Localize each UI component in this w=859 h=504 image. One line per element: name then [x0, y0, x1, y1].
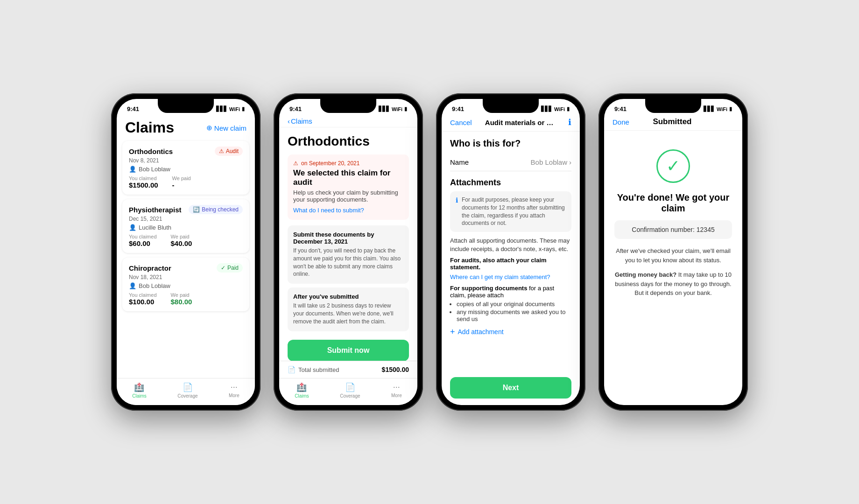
claim-amounts: You claimed $100.00 We paid $80.00: [129, 292, 243, 306]
done-button[interactable]: Done: [613, 118, 629, 126]
we-paid-value-green: $80.00: [171, 298, 192, 306]
claim-name: Physiotherapist: [129, 206, 182, 214]
deadline-title: Submit these documents by December 13, 2…: [293, 231, 403, 245]
cancel-button[interactable]: Cancel: [450, 119, 472, 126]
name-value: Bob Loblaw: [531, 158, 567, 166]
audit-header-title: Audit materials or supporti...: [485, 119, 555, 126]
claims-list: Orthodontics ⚠ Audit Nov 8, 2021 👤 Bob L…: [117, 139, 255, 378]
tab-bar-2: 🏥 Claims 📄 Coverage ··· More: [279, 378, 417, 405]
submit-now-button[interactable]: Submit now: [288, 340, 409, 361]
tab-claims-2[interactable]: 🏥 Claims: [295, 382, 309, 399]
claims-page-title: Claims: [125, 119, 174, 136]
submitted-header-title: Submitted: [653, 117, 691, 126]
name-row[interactable]: Name Bob Loblaw ›: [450, 154, 571, 171]
more-tab-icon-2: ···: [393, 382, 400, 392]
audit-badge: ⚠ Audit: [215, 147, 243, 156]
more-tab-icon: ···: [231, 382, 238, 392]
wifi-icon: WiFi: [229, 106, 240, 112]
new-claim-button[interactable]: ⊕ New claim: [206, 119, 246, 132]
notch-3: [483, 99, 539, 113]
status-icons-2: ▋▋▋ WiFi ▮: [379, 106, 407, 112]
battery-icon: ▮: [242, 106, 245, 112]
bullet-list: copies of all your original documents an…: [450, 301, 571, 322]
tab-more-2[interactable]: ··· More: [391, 382, 402, 399]
signal-icon: ▋▋▋: [216, 106, 227, 112]
tab-more[interactable]: ··· More: [229, 382, 239, 399]
info-icon[interactable]: ℹ: [568, 117, 571, 127]
claims-tab-icon-2: 🏥: [296, 382, 307, 392]
you-claimed-label: You claimed: [129, 175, 158, 181]
claim-amounts: You claimed $60.00 We paid $40.00: [129, 234, 243, 247]
after-submitted-card: After you've submitted It will take us 2…: [288, 287, 409, 331]
phone-4: 9:41 ▋▋▋ WiFi ▮ Done Submitted ✓ You: [598, 93, 748, 411]
claim-date: Dec 15, 2021: [129, 216, 243, 222]
status-time-4: 9:41: [614, 105, 627, 112]
status-icons-3: ▋▋▋ WiFi ▮: [541, 106, 570, 112]
add-attachment-button[interactable]: + Add attachment: [450, 327, 571, 337]
plus-circle-icon: ⊕: [206, 124, 212, 132]
submitted-content: ✓ You're done! We got your claim Confirm…: [604, 131, 742, 405]
coverage-tab-label: Coverage: [177, 393, 197, 399]
submitted-nav-header: Done Submitted: [604, 114, 742, 131]
claims-tab-icon: 🏥: [134, 382, 144, 392]
for-supporting-note: For supporting documents for a past clai…: [450, 285, 571, 299]
you-claimed-label: You claimed: [129, 292, 157, 298]
refresh-icon: 🔄: [193, 206, 200, 213]
we-paid-value: $40.00: [171, 239, 192, 247]
you-claimed-value: $1500.00: [129, 181, 158, 189]
tab-coverage[interactable]: 📄 Coverage: [177, 382, 197, 399]
battery-icon: ▮: [404, 106, 407, 112]
back-button[interactable]: ‹ Claims: [288, 117, 312, 125]
info-circle-icon: ℹ: [456, 196, 458, 227]
tab-bar-1: 🏥 Claims 📄 Coverage ··· More: [117, 378, 255, 405]
phone-3: 9:41 ▋▋▋ WiFi ▮ Cancel Audit materials o…: [436, 93, 585, 411]
more-tab-label: More: [229, 393, 239, 398]
battery-icon: ▮: [567, 106, 570, 112]
tab-claims[interactable]: 🏥 Claims: [132, 382, 147, 399]
signal-icon: ▋▋▋: [379, 106, 390, 112]
deadline-desc: If you don't, you will need to pay back …: [293, 247, 403, 278]
attachments-title: Attachments: [450, 178, 571, 188]
audit-notice-desc: Help us check your claim by submitting y…: [293, 189, 403, 203]
signal-icon: ▋▋▋: [704, 106, 715, 112]
detail-content: Orthodontics ⚠ on September 20, 2021 We …: [279, 127, 417, 361]
detail-nav-header: ‹ Claims: [279, 114, 417, 127]
status-icons-4: ▋▋▋ WiFi ▮: [704, 106, 732, 112]
claims-tab-label-2: Claims: [295, 393, 309, 399]
we-paid-label: We paid: [171, 292, 192, 298]
submit-deadline-card: Submit these documents by December 13, 2…: [288, 225, 409, 284]
wifi-icon: WiFi: [392, 106, 402, 112]
submitted-done-heading: You're done! We got your claim: [614, 192, 732, 214]
for-audits-note: For audits, also attach your claim state…: [450, 257, 571, 271]
audit-notice-title: We selected this claim for audit: [293, 168, 403, 187]
claim-item-physio[interactable]: Physiotherapist 🔄 Being checked Dec 15, …: [122, 199, 249, 253]
we-paid-value: -: [172, 181, 191, 189]
bullet-item-2: any missing documents we asked you to se…: [457, 308, 571, 322]
you-claimed-value: $60.00: [129, 239, 157, 247]
status-time-3: 9:41: [452, 105, 464, 112]
battery-icon: ▮: [729, 106, 732, 112]
claim-amounts: You claimed $1500.00 We paid -: [129, 175, 243, 189]
claim-item-orthodontics[interactable]: Orthodontics ⚠ Audit Nov 8, 2021 👤 Bob L…: [122, 141, 249, 195]
audit-nav-header: Cancel Audit materials or supporti... ℹ: [442, 114, 580, 132]
chevron-left-icon: ‹: [288, 117, 290, 125]
claim-date: Nov 8, 2021: [129, 157, 243, 164]
name-label: Name: [450, 158, 469, 166]
checking-badge: 🔄 Being checked: [189, 205, 243, 214]
tab-coverage-2[interactable]: 📄 Coverage: [340, 382, 360, 399]
after-submitted-title: After you've submitted: [293, 293, 403, 300]
warning-triangle-icon: ⚠: [293, 160, 298, 167]
check-icon: ✓: [221, 265, 225, 271]
after-submitted-desc: It will take us 2 business days to revie…: [293, 302, 403, 325]
claim-item-chiro[interactable]: Chiropractor ✓ Paid Nov 18, 2021 👤 Bob L…: [122, 258, 249, 311]
claim-person: 👤 Bob Loblaw: [129, 282, 243, 289]
we-paid-label: We paid: [171, 234, 192, 239]
audit-link[interactable]: What do I need to submit?: [293, 207, 364, 214]
next-button[interactable]: Next: [450, 377, 571, 399]
claims-tab-label: Claims: [132, 393, 147, 399]
success-check-circle: ✓: [656, 149, 690, 183]
audit-notice-box: ⚠ on September 20, 2021 We selected this…: [288, 154, 409, 220]
attach-desc: Attach all supporting documents. These m…: [450, 237, 571, 253]
claim-statement-link[interactable]: Where can I get my claim statement?: [450, 273, 550, 280]
warning-icon: ⚠: [219, 148, 224, 154]
